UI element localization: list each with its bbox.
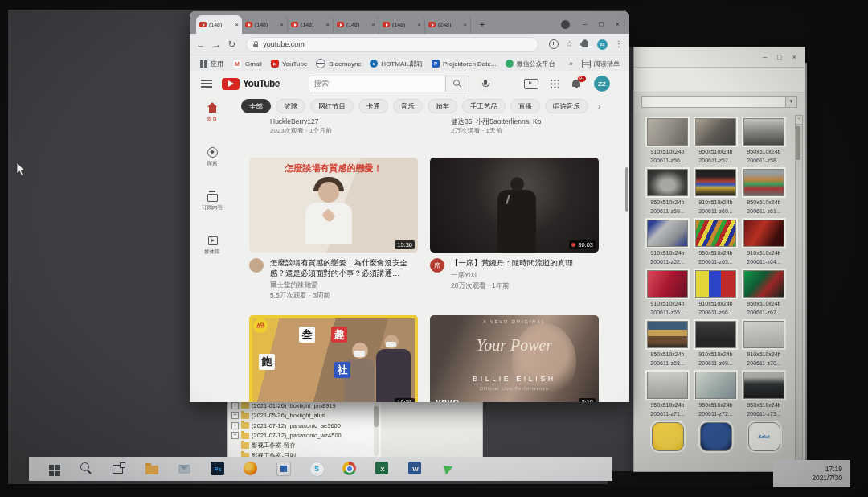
taskbar-clock[interactable]: 17:19 2021/7/30 (773, 460, 850, 487)
file-thumbnail-cell[interactable]: 950x510x24b 200611-z67... (741, 270, 787, 321)
file-thumbnail-cell[interactable] (645, 422, 690, 471)
browser-tab[interactable]: (148) × (334, 15, 379, 34)
file-thumbnail-cell[interactable]: 950x510x24b 200611-z61... (741, 169, 787, 220)
tab-close-icon[interactable]: × (235, 22, 239, 28)
notifications-bell-icon[interactable]: 9+ (571, 79, 582, 89)
folder-tree-item[interactable]: 影视工作室-留存 (228, 441, 381, 451)
file-thumbnail-cell[interactable]: 950x510x24b 200611-z59... (645, 169, 690, 220)
taskbar-icon[interactable] (109, 459, 129, 479)
category-chip[interactable]: 全部 (241, 99, 271, 113)
video-thumbnail[interactable]: 30:03 (430, 158, 599, 253)
expand-toggle[interactable]: + (231, 402, 239, 409)
taskbar-icon[interactable] (76, 459, 96, 479)
search-input[interactable] (309, 76, 445, 92)
expand-toggle[interactable]: + (231, 432, 239, 439)
tab-close-icon[interactable]: × (326, 22, 330, 28)
channel-name[interactable]: 一席YiXi (451, 271, 599, 281)
address-bar[interactable]: youtube.com (246, 37, 538, 52)
taskbar-icon[interactable]: S (307, 459, 326, 479)
image-browser-scrollbar[interactable]: ˆ (795, 115, 803, 468)
taskbar-icon[interactable]: X (373, 459, 392, 479)
new-tab-button[interactable]: + (476, 18, 489, 31)
reload-button[interactable]: ↻ (228, 40, 235, 49)
expand-toggle[interactable]: + (231, 422, 239, 429)
bookmark-item[interactable]: Bleernaync (316, 59, 361, 68)
category-chip[interactable]: 音乐 (393, 99, 423, 113)
forward-button[interactable]: → (212, 40, 221, 49)
scrollbar-thumb[interactable] (796, 126, 800, 160)
sidebar-item[interactable]: 订阅内容 (202, 191, 223, 212)
browser-tab[interactable]: (248) × (425, 15, 471, 34)
bookmark-item[interactable]: M Gmail (232, 59, 262, 68)
search-button[interactable] (445, 76, 469, 92)
youtube-apps-icon[interactable] (551, 80, 559, 88)
tab-close-icon[interactable]: × (371, 22, 375, 28)
history-icon[interactable] (549, 39, 559, 49)
browser-tab[interactable]: (148) × (196, 15, 242, 34)
category-chip[interactable]: 网红节目 (310, 99, 354, 113)
file-thumbnail-cell[interactable]: 910x510x24b 200611-z66... (693, 270, 739, 321)
image-browser-titlebar[interactable]: – □ × (634, 47, 805, 68)
tab-search-icon[interactable] (561, 20, 570, 29)
taskbar-icon[interactable]: Ps (208, 459, 227, 479)
category-chip[interactable]: 手工艺品 (462, 99, 506, 113)
bookmark-item[interactable]: ▶ YouTube (271, 59, 307, 68)
partial-video-meta[interactable]: 健达35_小甜5aotterlienna_Ko 2万次观看 · 1天前 (430, 117, 599, 135)
tab-close-icon[interactable]: × (280, 22, 284, 28)
browser-menu-icon[interactable]: ⋮ (615, 40, 623, 48)
taskbar-icon[interactable]: W (406, 459, 425, 479)
window-maximize-button[interactable]: □ (599, 21, 603, 28)
path-dropdown[interactable]: ▾ (641, 96, 797, 108)
file-thumbnail-cell[interactable]: 910x510x24b 200611-z62... (645, 220, 690, 270)
file-thumbnail-cell[interactable]: 950x510x24b 200611-z63... (693, 220, 739, 270)
page-scrollbar-thumb[interactable] (625, 167, 628, 212)
category-chip[interactable]: 唱诗音乐 (545, 99, 588, 113)
category-chip[interactable]: 卡通 (358, 99, 388, 113)
file-thumbnail-cell[interactable]: 950x510x24b 200611-z72... (693, 372, 739, 422)
window-close-button[interactable]: × (616, 21, 620, 28)
tab-close-icon[interactable]: × (417, 22, 421, 28)
hamburger-menu-icon[interactable] (201, 80, 212, 88)
file-thumbnail-cell[interactable]: 950x510x24b 200611-z73... (741, 372, 787, 422)
channel-name[interactable]: 爾士堂的辣雞湯 (270, 281, 418, 290)
file-thumbnail-cell[interactable]: 910x510x24b 200611-z64... (741, 220, 787, 270)
maximize-button[interactable]: □ (777, 54, 781, 61)
create-video-icon[interactable] (524, 79, 538, 89)
sidebar-item[interactable]: 媒体库 (204, 235, 220, 256)
browser-tab[interactable]: (148) × (379, 15, 425, 34)
bookmark-item[interactable]: 微信公众平台 (506, 59, 555, 68)
file-thumbnail-cell[interactable]: 910x510x24b 200611-z70... (741, 321, 787, 372)
profile-avatar[interactable]: zz (597, 39, 608, 50)
tree-scrollbar[interactable] (374, 403, 379, 456)
video-thumbnail[interactable]: 怎麼談場有質感的戀愛！ 15:36 (249, 158, 418, 253)
tab-close-icon[interactable]: × (463, 22, 467, 28)
partial-video-meta[interactable]: HuckleBerry127 2023次观看 · 1个月前 (249, 117, 418, 135)
category-chip[interactable]: 直播 (510, 99, 540, 113)
taskbar-icon[interactable] (340, 459, 359, 479)
sidebar-item[interactable]: 探索 (206, 146, 219, 167)
dropdown-arrow-button[interactable]: ▾ (785, 97, 796, 107)
file-thumbnail-cell[interactable]: 950x510x24b 200611-z58... (741, 118, 787, 169)
minimize-button[interactable]: – (763, 54, 767, 61)
bookmark-star-icon[interactable]: ☆ (566, 40, 573, 48)
account-avatar[interactable]: ZZ (594, 76, 610, 92)
window-minimize-button[interactable]: – (583, 21, 587, 28)
channel-avatar[interactable]: 席 (430, 258, 444, 273)
taskbar-icon[interactable] (175, 459, 194, 479)
taskbar-icon[interactable] (274, 459, 293, 479)
file-thumbnail-cell[interactable]: 910x510x24b 200611-z69... (693, 321, 739, 372)
video-thumbnail[interactable]: 飽 叁 趣 社 49 10:31 (249, 315, 418, 402)
file-thumbnail-cell[interactable]: 950x510x24b 200611-z57... (693, 118, 739, 169)
browser-tab[interactable]: (148) × (288, 15, 334, 34)
taskbar-icon[interactable] (43, 459, 63, 479)
youtube-logo[interactable]: YouTube (222, 78, 280, 90)
taskbar-icon[interactable] (241, 459, 260, 479)
file-thumbnail-cell[interactable]: 910x510x24b 200611-z56... (645, 118, 690, 169)
bookmark-item[interactable]: 应用 (199, 59, 223, 68)
bookmark-item[interactable]: P Projektoren Date... (432, 59, 497, 68)
close-button[interactable]: × (792, 54, 796, 61)
video-thumbnail[interactable]: A VEVO ORIGINAL Your Power BILLIE EILISH… (430, 315, 599, 402)
video-title[interactable]: 怎麼談場有質感的戀愛！為什麼會沒安全感？還是必須面對的小事？必須講通… (270, 258, 418, 278)
taskbar-icon[interactable] (142, 459, 162, 479)
chips-scroll-chevron-icon[interactable]: › (598, 102, 600, 111)
